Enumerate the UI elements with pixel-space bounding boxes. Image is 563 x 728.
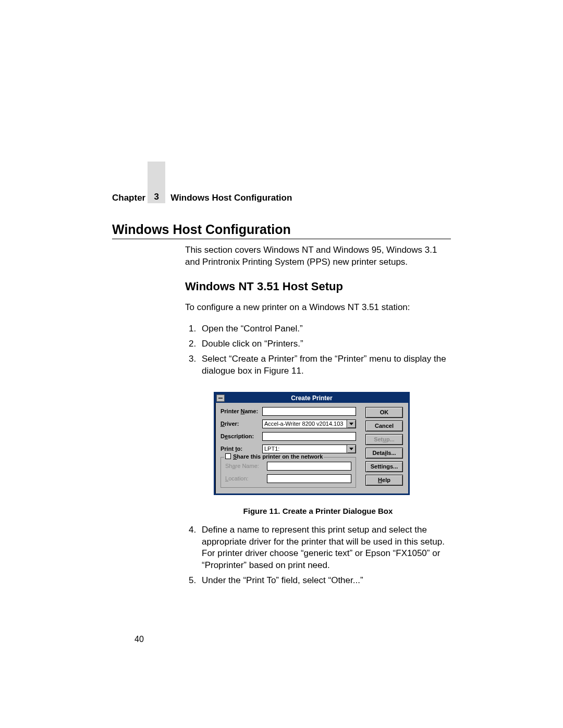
share-name-input: [267, 462, 351, 471]
description-input[interactable]: [262, 432, 356, 441]
section-intro: This section covers Windows NT and Windo…: [185, 244, 451, 268]
figure-caption: Figure 11. Create a Printer Dialogue Box: [185, 507, 451, 515]
step-item: Select “Create a Printer” from the “Prin…: [199, 353, 451, 377]
printer-name-input[interactable]: [262, 407, 356, 416]
row-driver: Driver:: [221, 419, 356, 428]
settings-button[interactable]: Settings...: [365, 461, 403, 472]
steps-list-second: Define a name to represent this print se…: [185, 524, 451, 587]
label-driver: Driver:: [221, 421, 262, 427]
row-printer-name: Printer Name:: [221, 407, 356, 416]
system-menu-icon[interactable]: [216, 394, 225, 402]
dropdown-icon[interactable]: [347, 419, 356, 428]
step-item: Open the “Control Panel.”: [199, 323, 451, 335]
dialog-form-area: Printer Name: Driver: Description:: [221, 407, 356, 488]
row-description: Description:: [221, 432, 356, 441]
dialog-titlebar: Create Printer: [215, 393, 408, 403]
driver-combo-text[interactable]: [262, 419, 347, 428]
details-button[interactable]: Details...: [365, 448, 403, 459]
setup-button[interactable]: Setup...: [365, 434, 403, 445]
print-to-combo[interactable]: [262, 445, 356, 453]
step-item: Define a name to represent this print se…: [199, 524, 451, 572]
dialog-body: Printer Name: Driver: Description:: [215, 403, 408, 493]
steps-list-first: Open the “Control Panel.” Double click o…: [185, 323, 451, 377]
dropdown-icon[interactable]: [347, 445, 356, 453]
chapter-label: Chapter: [112, 193, 145, 203]
help-button[interactable]: Help: [365, 475, 403, 486]
row-location: Location:: [225, 474, 351, 483]
step-item: Double click on “Printers.”: [199, 338, 451, 350]
location-input: [267, 474, 351, 483]
share-legend: Share this printer on the network: [224, 453, 324, 460]
label-printer-name: Printer Name:: [221, 408, 262, 414]
print-to-combo-text[interactable]: [262, 445, 347, 453]
section-title: Windows Host Configuration: [112, 222, 451, 239]
label-location: Location:: [225, 475, 267, 482]
row-print-to: Print to:: [221, 445, 356, 453]
subsection-lead: To configure a new printer on a Windows …: [185, 302, 451, 314]
cancel-button[interactable]: Cancel: [365, 421, 403, 431]
page-content: Chapter 3 Windows Host Configuration Win…: [112, 162, 451, 596]
chapter-header: Chapter 3 Windows Host Configuration: [112, 162, 451, 203]
driver-combo[interactable]: [262, 419, 356, 428]
row-share-name: Share Name:: [225, 462, 351, 471]
dialog-button-column: OK Cancel Setup... Details... Settings..…: [365, 407, 403, 488]
share-fieldset: Share this printer on the network Share …: [221, 457, 356, 488]
create-printer-dialog: Create Printer Printer Name: Driver:: [214, 392, 410, 495]
share-checkbox[interactable]: [225, 453, 231, 459]
ok-button[interactable]: OK: [365, 407, 403, 418]
dialog-title-text: Create Printer: [291, 394, 332, 402]
label-description: Description:: [221, 433, 262, 439]
subsection-title: Windows NT 3.51 Host Setup: [185, 280, 451, 293]
chapter-number: 3: [154, 192, 159, 202]
step-item: Under the “Print To” field, select “Othe…: [199, 575, 451, 587]
chapter-title: Windows Host Configuration: [170, 193, 292, 203]
label-print-to: Print to:: [221, 446, 262, 452]
figure-wrap: Create Printer Printer Name: Driver:: [214, 392, 451, 495]
chapter-number-box: 3: [148, 162, 165, 203]
label-share-name: Share Name:: [225, 463, 267, 469]
page-number: 40: [134, 635, 144, 644]
